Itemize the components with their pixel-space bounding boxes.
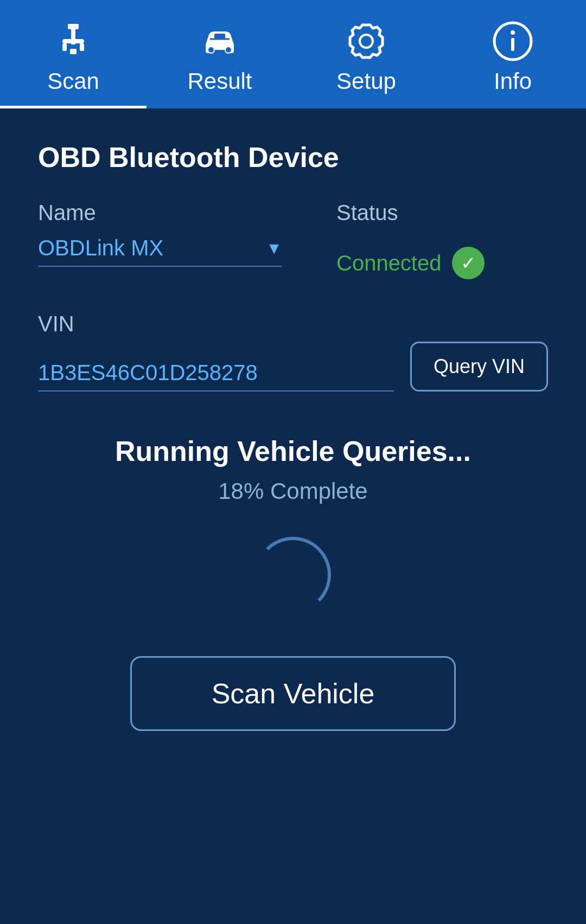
- device-name-group: Name OBDLink MX ▼: [38, 201, 282, 267]
- vin-input-wrapper: 1B3ES46C01D258278: [38, 361, 394, 392]
- tab-info[interactable]: Info: [440, 0, 586, 108]
- scan-vehicle-button[interactable]: Scan Vehicle: [130, 656, 456, 731]
- tab-scan-label: Scan: [47, 68, 99, 94]
- svg-rect-10: [511, 38, 514, 51]
- running-queries-text: Running Vehicle Queries...: [38, 435, 548, 467]
- gear-icon: [345, 20, 388, 63]
- vin-label: VIN: [38, 312, 74, 336]
- svg-rect-0: [68, 24, 79, 29]
- complete-percentage-text: 18% Complete: [38, 478, 548, 504]
- car-icon: [198, 20, 241, 63]
- svg-rect-8: [214, 34, 225, 39]
- tab-result[interactable]: Result: [146, 0, 293, 108]
- tab-setup[interactable]: Setup: [293, 0, 440, 108]
- tab-info-label: Info: [494, 68, 532, 94]
- tab-result-label: Result: [187, 68, 252, 94]
- vin-value: 1B3ES46C01D258278: [38, 361, 258, 384]
- tab-scan[interactable]: Scan: [0, 0, 146, 108]
- status-value-row: Connected ✓: [336, 247, 485, 279]
- device-name-value: OBDLink MX: [38, 236, 260, 260]
- tab-bar: Scan Result Setup: [0, 0, 586, 108]
- usb-icon: [52, 20, 95, 63]
- device-row: Name OBDLink MX ▼ Status Connected ✓: [38, 201, 548, 279]
- device-select[interactable]: OBDLink MX ▼: [38, 236, 282, 267]
- status-message-section: Running Vehicle Queries... 18% Complete: [38, 435, 548, 504]
- chevron-down-icon: ▼: [266, 239, 282, 258]
- svg-point-7: [225, 47, 232, 53]
- status-text: Connected: [336, 251, 441, 275]
- main-content: OBD Bluetooth Device Name OBDLink MX ▼ S…: [0, 108, 586, 924]
- info-icon: [491, 20, 534, 63]
- device-name-label: Name: [38, 201, 282, 225]
- svg-point-6: [208, 47, 214, 53]
- svg-point-11: [511, 30, 515, 35]
- section-title: OBD Bluetooth Device: [38, 141, 548, 174]
- query-vin-button[interactable]: Query VIN: [410, 342, 548, 392]
- tab-setup-label: Setup: [336, 68, 396, 94]
- svg-rect-5: [70, 49, 77, 54]
- spinner-wrapper: [38, 537, 548, 613]
- status-label: Status: [336, 201, 485, 225]
- vin-section: VIN 1B3ES46C01D258278 Query VIN: [38, 312, 548, 392]
- scan-btn-wrapper: Scan Vehicle: [38, 656, 548, 731]
- svg-rect-3: [62, 43, 67, 51]
- vin-row: 1B3ES46C01D258278 Query VIN: [38, 342, 548, 392]
- svg-rect-2: [62, 39, 84, 43]
- loading-spinner: [255, 537, 331, 613]
- status-group: Status Connected ✓: [336, 201, 485, 279]
- svg-rect-4: [80, 43, 84, 51]
- connected-check-icon: ✓: [452, 247, 485, 279]
